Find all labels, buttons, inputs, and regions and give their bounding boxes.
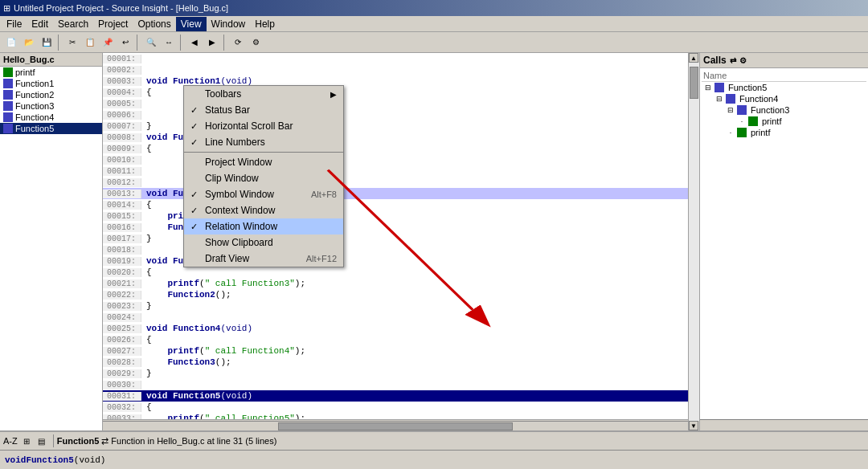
calls-scrollbar-x[interactable] [700, 419, 868, 430]
menu-shortcut: Alt+F8 [311, 190, 337, 199]
tb-undo[interactable]: ↩ [117, 35, 133, 51]
line-content: printf(" call Function4"); [141, 346, 305, 356]
menu-bar: File Edit Search Project Options View Wi… [0, 16, 868, 32]
tb-sep2 [137, 35, 140, 51]
bottom-preview-kw: void [5, 455, 26, 465]
code-line: 00033: printf(" call Function5"); [103, 413, 688, 419]
line-number: 00017: [103, 234, 141, 243]
title-text: Untitled Project Project - Source Insigh… [14, 3, 228, 13]
menu-checkmark: ✓ [190, 190, 205, 200]
menu-item-context-window[interactable]: ✓Context Window [184, 202, 343, 218]
menu-file[interactable]: File [2, 17, 27, 31]
menu-view[interactable]: View [176, 17, 207, 31]
tree-node[interactable]: ⊟Function3 [702, 104, 866, 116]
menu-item-status-bar[interactable]: ✓Status Bar [184, 102, 343, 118]
sym-printf-label: printf [15, 67, 35, 77]
menu-checkmark: ✓ [190, 222, 205, 232]
tb-cut[interactable]: ✂ [64, 35, 80, 51]
menu-checkmark: ✓ [190, 137, 205, 148]
calls-panel-header: Calls ⇄ ⚙ [700, 53, 868, 68]
scroll-thumb[interactable] [690, 67, 698, 99]
menu-window[interactable]: Window [207, 17, 251, 31]
menu-item-line-numbers[interactable]: ✓Line Numbers [184, 134, 343, 150]
line-number: 00033: [103, 414, 141, 420]
tb-replace[interactable]: ↔ [161, 35, 177, 51]
sym-f4-label: Function4 [15, 112, 54, 122]
menu-options[interactable]: Options [133, 17, 175, 31]
line-number: 00005: [103, 100, 141, 108]
line-content: { [141, 267, 152, 277]
scroll-down-btn[interactable]: ▼ [689, 421, 698, 430]
tree-node[interactable]: ·printf [702, 127, 866, 138]
status-btn2[interactable]: ▤ [35, 434, 48, 447]
tb-forward[interactable]: ▶ [204, 35, 220, 51]
symbol-function5[interactable]: Function5 [0, 123, 102, 134]
menu-separator [184, 152, 343, 153]
symbol-panel: Hello_Bug.c printf Function1 Function2 [0, 53, 103, 430]
menu-item-label: Horizontal Scroll Bar [205, 120, 337, 132]
status-description: Function in Hello_Bug.c at line 31 (5 li… [111, 436, 276, 446]
title-bar: ⊞ Untitled Project Project - Source Insi… [0, 0, 868, 16]
menu-item-symbol-window[interactable]: ✓Symbol WindowAlt+F8 [184, 186, 343, 202]
line-number: 00024: [103, 313, 141, 322]
symbol-function4[interactable]: Function4 [0, 112, 102, 123]
menu-checkmark: ✓ [190, 121, 205, 132]
tree-expand-icon[interactable]: ⊟ [703, 84, 713, 92]
line-content: { [141, 200, 152, 210]
scroll-up-btn[interactable]: ▲ [689, 53, 698, 63]
tb-paste[interactable]: 📌 [100, 35, 116, 51]
tree-node[interactable]: ·printf [702, 116, 866, 127]
tree-expand-icon[interactable]: · [726, 128, 735, 137]
tree-node[interactable]: ⊟Function4 [702, 93, 866, 104]
tree-node-label: Function5 [728, 83, 767, 92]
tb-open[interactable]: 📂 [21, 35, 37, 51]
menu-search[interactable]: Search [53, 17, 93, 31]
code-line: 00032:{ [103, 402, 688, 413]
line-number: 00026: [103, 336, 141, 345]
tb-back[interactable]: ◀ [186, 35, 203, 51]
menu-item-horizontal-scroll[interactable]: ✓Horizontal Scroll Bar [184, 118, 343, 134]
tb-build[interactable]: ⚙ [248, 35, 264, 51]
tb-sep1 [58, 35, 61, 51]
menu-item-project-window[interactable]: Project Window [184, 154, 343, 170]
status-btn1[interactable]: ⊞ [20, 434, 33, 447]
menu-item-toolbars[interactable]: Toolbars▶ [184, 86, 343, 102]
symbol-function1[interactable]: Function1 [0, 78, 102, 89]
menu-item-show-clipboard[interactable]: Show Clipboard [184, 234, 343, 251]
code-line: 00021: printf(" call Function3"); [103, 278, 688, 289]
line-number: 00011: [103, 167, 141, 176]
code-line: 00024: [103, 312, 688, 323]
status-nav: A-Z ⊞ ▤ [3, 434, 54, 447]
menu-edit[interactable]: Edit [27, 17, 53, 31]
symbol-function3[interactable]: Function3 [0, 100, 102, 112]
line-number: 00002: [103, 66, 141, 75]
sym-f5-icon [3, 124, 13, 133]
tree-expand-icon[interactable]: ⊟ [726, 106, 735, 114]
tb-save[interactable]: 💾 [39, 35, 55, 51]
line-number: 00008: [103, 133, 141, 142]
sym-f3-icon [3, 101, 13, 111]
tree-expand-icon[interactable]: ⊟ [714, 95, 724, 103]
tb-new[interactable]: 📄 [3, 35, 19, 51]
tb-sync[interactable]: ⟳ [230, 35, 246, 51]
menu-project[interactable]: Project [93, 17, 133, 31]
h-scrollbar[interactable] [103, 419, 688, 430]
menu-help[interactable]: Help [250, 17, 280, 31]
tree-expand-icon[interactable]: · [737, 117, 747, 125]
line-content: void Function4(void) [141, 324, 252, 333]
code-line: 00025:void Function4(void) [103, 323, 688, 334]
menu-item-clip-window[interactable]: Clip Window [184, 170, 343, 186]
symbol-function2[interactable]: Function2 [0, 89, 102, 100]
symbol-printf[interactable]: printf [0, 67, 102, 78]
menu-item-label: Context Window [205, 205, 337, 216]
menu-item-draft-view[interactable]: Draft ViewAlt+F12 [184, 251, 343, 267]
v-scrollbar-code[interactable]: ▲ ▼ [688, 53, 699, 430]
tb-find[interactable]: 🔍 [143, 35, 159, 51]
tree-node[interactable]: ⊟Function5 [702, 82, 866, 93]
menu-item-relation-window[interactable]: ✓Relation Window [184, 218, 343, 234]
tb-copy[interactable]: 📋 [82, 35, 98, 51]
menu-checkmark: ✓ [190, 206, 205, 216]
code-line: 00001: [103, 53, 688, 64]
line-number: 00016: [103, 223, 141, 232]
line-number: 00010: [103, 156, 141, 165]
